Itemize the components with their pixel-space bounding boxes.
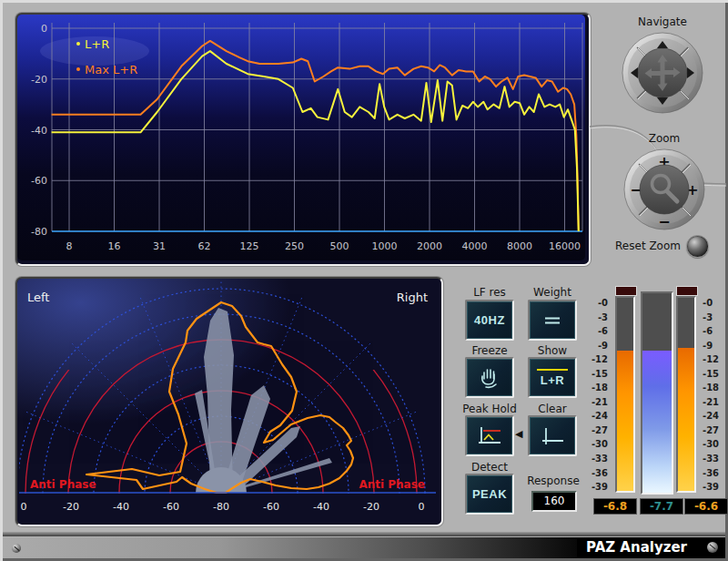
meter-fill-right [678,348,694,491]
detect-value: PEAK [472,487,507,501]
meter-scale-label: -12 [579,354,608,364]
svg-text:-40: -40 [113,501,129,513]
svg-text:16: 16 [108,240,121,252]
meter-scale-label: -24 [579,411,608,421]
meter-scale-label: -12 [703,354,728,364]
bottom-groove [3,532,725,536]
svg-text:4000: 4000 [462,240,488,252]
svg-text:-80: -80 [31,226,47,238]
navigate-label: Navigate [617,15,708,28]
svg-text:-60: -60 [163,501,179,513]
plugin-window: 81631621252505001000200040008000160000-2… [0,0,728,561]
svg-text:8: 8 [66,240,73,252]
peak-hold-label: Peak Hold [453,403,526,415]
weight-equals-icon [540,310,565,332]
anti-phase-label-left: Anti Phase [30,478,96,491]
meter-scale-label: -30 [703,439,728,449]
svg-text:-20: -20 [31,74,47,86]
left-channel-label: Left [27,291,49,304]
screw-icon [707,542,718,553]
svg-text:-60: -60 [31,175,47,187]
svg-text:0: 0 [21,501,27,513]
level-meter-left [615,296,635,493]
lf-res-button[interactable]: 40HZ [465,300,514,341]
meter-scale-label: -33 [703,454,728,464]
svg-text:1000: 1000 [372,240,398,252]
meter-scale-label: -18 [703,382,728,393]
svg-text:31: 31 [153,240,166,252]
stereo-position-display: LeftRightAnti PhaseAnti Phase0-20-40-60-… [15,277,443,526]
level-meter-mid [641,291,673,495]
weight-button[interactable] [528,300,577,341]
plugin-title: PAZ Analyzer [577,538,700,557]
freeze-label: Freeze [460,344,520,357]
meter-scale-label: -24 [703,411,728,421]
show-label: Show [522,344,582,357]
show-button[interactable]: L+R [528,357,577,398]
clear-axes-icon [540,425,565,447]
lf-res-value: 40HZ [474,313,505,327]
svg-text:16000: 16000 [549,240,581,252]
meter-scale-label: -6 [703,326,728,336]
svg-text:500: 500 [330,240,349,252]
link-arrow-icon: ◀ [515,428,522,440]
detect-label: Detect [460,461,520,474]
svg-text:125: 125 [240,240,259,252]
meter-readout-right: -6.6 [684,498,728,515]
meter-scale-label: -39 [579,482,608,492]
meter-scale-label: -6 [579,326,608,336]
meter-fill-left [617,351,633,491]
detect-button[interactable]: PEAK [465,474,514,515]
zoom-knob-center[interactable] [640,165,689,214]
svg-text:2000: 2000 [417,240,442,252]
screw-icon [12,544,21,553]
zoom-knob[interactable]: + − − + [622,148,706,235]
clear-button[interactable] [528,415,577,456]
peak-hold-icon [477,425,502,447]
meter-readout-left: -6.8 [593,498,637,515]
svg-text:-40: -40 [313,501,329,513]
meter-scale-label: -3 [579,312,608,322]
meter-scale-label: -0 [703,298,728,308]
svg-text:-40: -40 [31,125,47,137]
freeze-hand-icon [477,366,502,390]
meter-readout-mid: -7.7 [640,498,683,515]
response-value-box[interactable]: 160 [531,491,577,512]
svg-text:-20: -20 [363,501,379,513]
title-bar: PAZ Analyzer [3,537,725,558]
svg-text:-20: -20 [63,501,79,513]
anti-phase-label-right: Anti Phase [359,478,425,491]
svg-text:-80: -80 [213,501,229,513]
weight-label: Weight [522,286,582,299]
show-value: L+R [541,373,564,387]
svg-text:0: 0 [419,501,425,513]
svg-text:62: 62 [198,240,211,252]
svg-text:-60: -60 [263,501,279,513]
freeze-button[interactable] [465,357,514,398]
legend-item-L+R: L+R [85,37,109,51]
meter-scale-label: -27 [703,425,728,435]
meter-scale-label: -39 [703,482,728,492]
meter-scale-label: -9 [579,341,608,351]
meter-scale-label: -18 [579,382,608,393]
meter-fill-mid [642,351,672,493]
meter-scale-label: -27 [579,425,608,435]
reset-zoom-button[interactable] [686,235,709,258]
spectrum-chart: 81631621252505001000200040008000160000-2… [17,15,585,260]
right-channel-label: Right [397,291,428,304]
meter-scale-label: -15 [579,369,608,379]
lf-res-label: LF res [460,286,520,299]
meter-scale-label: -36 [703,468,728,478]
meter-scale-label: -36 [579,468,608,478]
svg-text:250: 250 [285,240,304,252]
meter-scale-label: -30 [579,439,608,449]
navigate-knob[interactable] [621,31,704,118]
zoom-out-vertical-icon[interactable]: − [658,213,670,230]
clip-indicator-left[interactable] [615,286,637,296]
clip-indicator-right[interactable] [676,286,698,296]
meter-scale-label: -3 [703,312,728,322]
reset-zoom-label: Reset Zoom [582,240,681,252]
svg-text:0: 0 [41,23,47,35]
peak-hold-button[interactable] [465,415,514,456]
response-label: Response [519,474,588,487]
